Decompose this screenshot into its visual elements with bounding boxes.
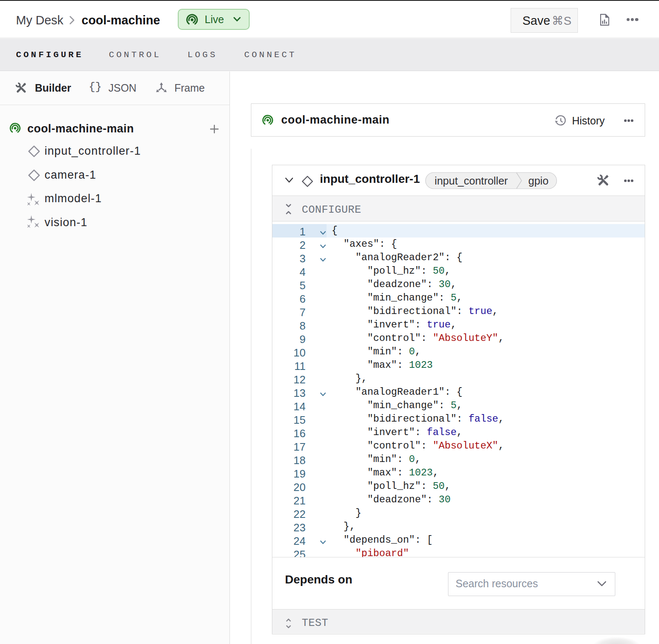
svg-text:gpio: gpio xyxy=(528,175,548,187)
svg-text:input_controller: input_controller xyxy=(435,175,508,187)
